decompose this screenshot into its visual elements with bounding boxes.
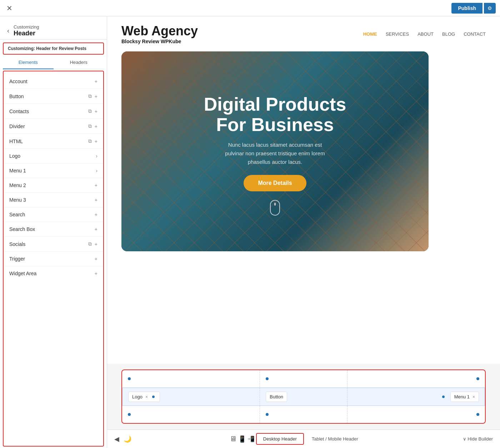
builder-cell-1-2[interactable] xyxy=(260,370,348,387)
chevron-icon-logo: › xyxy=(96,153,98,159)
publish-area: Publish ⚙ xyxy=(451,3,496,14)
element-name-menu-3: Menu 3 xyxy=(9,197,26,203)
add-icon-divider[interactable]: + xyxy=(95,124,98,129)
bottom-bar: ◀ 🌙 🖥 📱 📲 Desktop Header Tablet / Mobile… xyxy=(107,429,500,448)
element-row-button[interactable]: Button⧉+ xyxy=(4,89,103,104)
builder-cell-2-3[interactable]: Menu 1 × xyxy=(348,388,485,406)
element-name-trigger: Trigger xyxy=(9,256,25,262)
add-icon-trigger[interactable]: + xyxy=(95,256,98,262)
tablet-header-tab[interactable]: Tablet / Mobile Header xyxy=(305,434,365,444)
close-button[interactable]: ✕ xyxy=(4,3,14,13)
nav-item-contact[interactable]: CONTACT xyxy=(464,31,486,37)
menu1-chip[interactable]: Menu 1 × xyxy=(450,392,479,402)
dot-3-3 xyxy=(476,413,479,416)
tab-elements[interactable]: Elements xyxy=(3,56,54,69)
element-row-divider[interactable]: Divider⧉+ xyxy=(4,119,103,134)
element-actions-search-box: + xyxy=(95,226,98,232)
hero-subtitle: Nunc lacus lacus sitamet accumsan est pu… xyxy=(225,141,325,166)
hero-title: Digital Products For Business xyxy=(204,94,346,135)
button-chip[interactable]: Button xyxy=(266,392,287,402)
nav-item-blog[interactable]: BLOG xyxy=(442,31,455,37)
add-icon-widget-area[interactable]: + xyxy=(95,271,98,276)
top-toolbar: ✕ Publish ⚙ xyxy=(0,0,500,16)
element-actions-menu-1: › xyxy=(96,168,98,173)
back-button[interactable]: ‹ xyxy=(6,27,11,35)
builder-section: Logo × Button Menu 1 xyxy=(107,364,500,429)
element-row-socials[interactable]: Socials⧉+ xyxy=(4,237,103,252)
mouse-icon xyxy=(270,200,280,216)
logo-chip-close[interactable]: × xyxy=(145,394,148,399)
desktop-header-tab[interactable]: Desktop Header xyxy=(256,433,304,445)
element-row-search-box[interactable]: Search Box+ xyxy=(4,222,103,237)
builder-cell-1-1[interactable] xyxy=(122,370,260,387)
add-icon-search-box[interactable]: + xyxy=(95,226,98,232)
element-actions-logo: › xyxy=(96,153,98,159)
element-row-html[interactable]: HTML⧉+ xyxy=(4,134,103,149)
add-icon-button[interactable]: + xyxy=(95,94,98,99)
element-row-menu-2[interactable]: Menu 2+ xyxy=(4,178,103,193)
element-row-account[interactable]: Account+ xyxy=(4,74,103,89)
tab-headers[interactable]: Headers xyxy=(54,56,104,69)
add-icon-contacts[interactable]: + xyxy=(95,109,98,114)
dot-1-3 xyxy=(476,377,479,380)
publish-button[interactable]: Publish xyxy=(451,3,482,14)
desktop-device-icon[interactable]: 🖥 xyxy=(230,435,237,443)
hide-builder-button[interactable]: ∨ Hide Builder xyxy=(463,436,493,442)
moon-icon[interactable]: 🌙 xyxy=(124,435,131,443)
copy-icon-contacts[interactable]: ⧉ xyxy=(88,108,92,114)
element-row-logo[interactable]: Logo› xyxy=(4,149,103,163)
element-name-account: Account xyxy=(9,79,28,84)
button-chip-label: Button xyxy=(270,394,283,399)
element-actions-socials: ⧉+ xyxy=(88,241,98,247)
mobile-device-icon[interactable]: 📲 xyxy=(248,436,255,442)
builder-cell-3-1[interactable] xyxy=(122,406,260,423)
hero-content: Digital Products For Business Nunc lacus… xyxy=(121,51,429,216)
element-name-search: Search xyxy=(9,212,25,217)
dot-3-2 xyxy=(266,413,269,416)
copy-icon-html[interactable]: ⧉ xyxy=(88,138,92,144)
logo-chip[interactable]: Logo × xyxy=(128,392,160,402)
device-tabs: 🖥 📱 📲 Desktop Header Tablet / Mobile Hea… xyxy=(230,433,365,445)
element-row-menu-1[interactable]: Menu 1› xyxy=(4,163,103,178)
builder-row-1 xyxy=(122,370,485,388)
builder-cell-3-2[interactable] xyxy=(260,406,348,423)
add-icon-search[interactable]: + xyxy=(95,212,98,217)
dot-1-1 xyxy=(128,377,131,380)
element-actions-widget-area: + xyxy=(95,271,98,276)
add-icon-menu-3[interactable]: + xyxy=(95,197,98,203)
nav-item-about[interactable]: ABOUT xyxy=(418,31,434,37)
add-icon-account[interactable]: + xyxy=(95,79,98,84)
builder-cell-3-3[interactable] xyxy=(348,406,485,423)
add-icon-socials[interactable]: + xyxy=(95,241,98,247)
element-actions-divider: ⧉+ xyxy=(88,123,98,129)
add-icon-html[interactable]: + xyxy=(95,139,98,144)
builder-cell-2-2[interactable]: Button xyxy=(260,388,347,406)
element-row-widget-area[interactable]: Widget Area+ xyxy=(4,266,103,281)
tablet-device-icon[interactable]: 📱 xyxy=(238,435,246,443)
builder-container: Logo × Button Menu 1 xyxy=(121,369,486,424)
element-name-logo: Logo xyxy=(9,153,20,159)
hero-title-line1: Digital Products xyxy=(204,94,346,115)
element-name-button: Button xyxy=(9,94,24,99)
element-actions-menu-3: + xyxy=(95,197,98,203)
logo-chip-dot xyxy=(152,396,155,398)
copy-icon-socials[interactable]: ⧉ xyxy=(88,241,92,247)
element-row-trigger[interactable]: Trigger+ xyxy=(4,252,103,266)
element-row-search[interactable]: Search+ xyxy=(4,207,103,222)
settings-button[interactable]: ⚙ xyxy=(484,3,496,14)
nav-item-home[interactable]: HOME xyxy=(363,31,377,37)
nav-item-services[interactable]: SERVICES xyxy=(386,31,409,37)
preview-area: Web Agency Blocksy Review WPKube HOMESER… xyxy=(107,16,500,448)
menu1-chip-close[interactable]: × xyxy=(472,394,475,399)
copy-icon-divider[interactable]: ⧉ xyxy=(88,123,92,129)
undo-icon[interactable]: ◀ xyxy=(114,435,119,443)
add-icon-menu-2[interactable]: + xyxy=(95,182,98,188)
builder-cell-1-3[interactable] xyxy=(348,370,485,387)
copy-icon-button[interactable]: ⧉ xyxy=(88,93,92,99)
site-title: Web Agency xyxy=(121,24,198,39)
builder-cell-2-1[interactable]: Logo × xyxy=(122,388,260,406)
customizing-label: Customizing: Header for Review Posts xyxy=(3,42,104,55)
element-row-contacts[interactable]: Contacts⧉+ xyxy=(4,104,103,119)
hero-cta-button[interactable]: More Details xyxy=(244,175,306,191)
element-row-menu-3[interactable]: Menu 3+ xyxy=(4,193,103,207)
